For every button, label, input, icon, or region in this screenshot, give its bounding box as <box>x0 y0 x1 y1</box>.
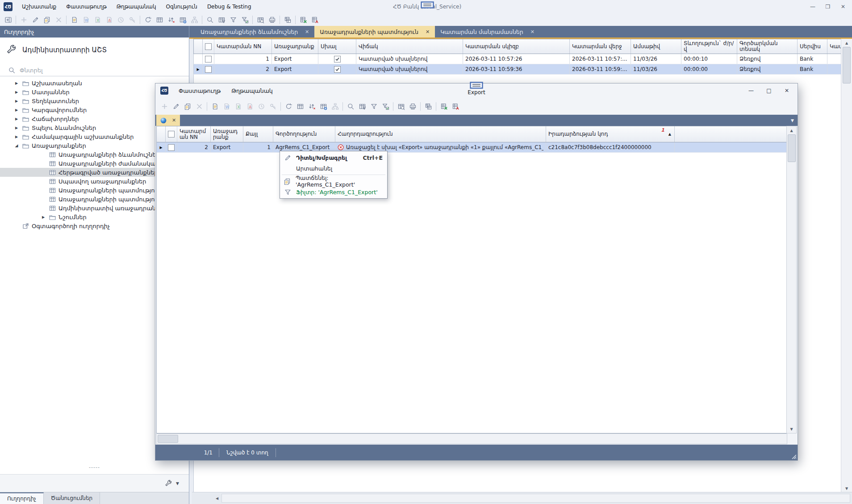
clock-button[interactable] <box>115 14 126 25</box>
table-copy-button[interactable] <box>282 14 293 25</box>
document-tab-1[interactable]: Առաջադրանքների պատմություն✕ <box>314 26 435 37</box>
doc-button[interactable] <box>68 14 80 25</box>
refresh-button[interactable] <box>283 101 294 112</box>
export-window-dock-tab[interactable]: Export <box>460 82 493 96</box>
tree-collapsed-icon[interactable]: ▶ <box>13 99 20 103</box>
tree-collapsed-icon[interactable]: ▶ <box>13 90 20 94</box>
clock-button[interactable] <box>255 101 267 112</box>
scroll-up-icon[interactable]: ▲ <box>787 126 796 134</box>
copy-button[interactable] <box>41 14 53 25</box>
tree-expanded-icon[interactable]: ◢ <box>13 143 20 148</box>
funnel-button[interactable] <box>227 14 239 25</box>
column-header-3[interactable]: Գործողություն <box>273 126 335 142</box>
menu-item-0[interactable]: Աշխատանք <box>17 0 61 13</box>
scrollbar-thumb[interactable] <box>158 435 178 443</box>
table-filter-button[interactable] <box>216 14 227 25</box>
tree-collapsed-icon[interactable]: ▶ <box>13 126 20 130</box>
close-tab-icon[interactable]: ✕ <box>426 29 430 35</box>
hierarchy-button[interactable] <box>188 14 200 25</box>
copy-button[interactable] <box>182 101 193 112</box>
key-button[interactable] <box>126 14 138 25</box>
wrench-icon[interactable] <box>165 480 172 487</box>
row-select-checkbox[interactable] <box>166 142 177 152</box>
column-header-4[interactable]: Հաղորդագրություն <box>335 126 546 142</box>
table-copy-button[interactable] <box>422 101 434 112</box>
export-pdf-button[interactable] <box>309 14 321 25</box>
doc-button[interactable] <box>209 101 221 112</box>
close-button[interactable]: ✕ <box>837 1 849 12</box>
export-excel-button[interactable] <box>297 14 309 25</box>
column-header-8[interactable]: Գործարկման տեսակ <box>737 39 798 54</box>
column-header-4[interactable]: Կատարման սկիզբ <box>463 39 570 54</box>
context-menu-item-3[interactable]: Ֆիլտր: 'AgrRems_C1_Export' <box>280 187 387 197</box>
select-all-checkbox[interactable] <box>166 126 177 142</box>
doc-x-button[interactable]: X <box>232 101 244 112</box>
chevron-down-icon[interactable]: ▼ <box>176 481 179 486</box>
resize-grip[interactable] <box>790 453 797 459</box>
menu-item-1[interactable]: Թղթապանակ <box>226 87 278 94</box>
printer-button[interactable] <box>407 101 418 112</box>
search-button[interactable] <box>345 101 356 112</box>
tab-list-dropdown-icon[interactable]: ▼ <box>791 118 794 123</box>
table-row-1[interactable]: ▶2ExportԿատարված սխալներով2026-03-11 10:… <box>193 64 841 75</box>
column-header-1[interactable]: Առաջադրանք <box>211 126 243 142</box>
scrollbar-track[interactable] <box>221 494 850 503</box>
table-add-button[interactable] <box>177 14 188 25</box>
table-filter-button[interactable] <box>356 101 368 112</box>
column-header-2[interactable]: Սխալ <box>318 39 356 54</box>
close-tab-icon[interactable]: ✕ <box>305 29 309 35</box>
column-header-5[interactable]: Կատարման վերջ <box>570 39 631 54</box>
doc-x-button[interactable]: X <box>92 14 103 25</box>
menu-item-2[interactable]: Թղթապանակ <box>112 0 161 13</box>
tree-collapsed-icon[interactable]: ▶ <box>40 215 46 219</box>
scroll-down-icon[interactable]: ▼ <box>787 425 796 433</box>
column-header-3[interactable]: Վիճակ <box>356 39 463 54</box>
plus-button[interactable] <box>18 14 29 25</box>
row-select-checkbox[interactable] <box>203 54 214 64</box>
delete-button[interactable] <box>53 14 64 25</box>
minimize-button[interactable]: — <box>745 85 757 96</box>
tree-collapsed-icon[interactable]: ▶ <box>13 81 20 85</box>
printer-button[interactable] <box>266 14 278 25</box>
tree-collapsed-icon[interactable]: ▶ <box>13 135 20 139</box>
column-header-0[interactable]: Կատարման NN <box>177 126 211 142</box>
delete-button[interactable] <box>193 101 205 112</box>
table-search-button[interactable] <box>255 14 266 25</box>
column-header-7[interactable]: Տևողություն` ժ/ր/վ <box>681 39 737 54</box>
document-tab-0[interactable]: Առաջադրանքների ձևանմուշներ✕ <box>195 26 314 37</box>
minimize-button[interactable]: — <box>806 1 819 12</box>
sidebar-tab-1[interactable]: Ծանուցումներ <box>44 492 100 504</box>
sort-button[interactable] <box>165 14 177 25</box>
splitter-handle[interactable]: ----- <box>0 464 189 470</box>
column-header-9[interactable]: Սերվիս <box>798 39 827 54</box>
menu-item-3[interactable]: Օգնություն <box>161 0 202 13</box>
context-menu-item-0[interactable]: Դիտել/ԽմբագրելCtrl+E <box>280 152 387 163</box>
select-all-checkbox[interactable] <box>203 39 214 54</box>
context-menu-item-1[interactable]: Արտահանել <box>280 163 387 174</box>
sidebar-search[interactable]: Փնտրել <box>0 64 189 76</box>
scroll-down-icon[interactable]: ▼ <box>841 484 852 492</box>
close-tab-icon[interactable]: ✕ <box>530 29 535 35</box>
column-header-5[interactable]: Իրադարձության կոդ1▲ <box>546 126 675 142</box>
table-add-button[interactable] <box>317 101 329 112</box>
column-header-0[interactable]: Կատարման NN <box>214 39 272 54</box>
table-row-0[interactable]: 1ExportԿատարված սխալներով2026-03-11 10:5… <box>193 54 841 64</box>
hierarchy-button[interactable] <box>329 101 341 112</box>
sort-button[interactable] <box>306 101 317 112</box>
vertical-scrollbar[interactable]: ▲ ▼ <box>841 39 852 492</box>
scroll-up-icon[interactable]: ▲ <box>841 39 852 47</box>
scrollbar-thumb[interactable] <box>788 134 796 162</box>
close-tab-icon[interactable]: ✕ <box>172 117 176 123</box>
tree-collapsed-icon[interactable]: ▶ <box>13 108 20 112</box>
maximize-button[interactable]: ❒ <box>822 1 834 12</box>
funnel-check-button[interactable] <box>380 101 391 112</box>
menu-item-0[interactable]: Փաստաթուղթ <box>173 87 226 94</box>
vertical-scrollbar[interactable]: ▲ ▼ <box>786 126 797 433</box>
horizontal-scrollbar[interactable]: ◀ <box>192 492 852 504</box>
doc-pdf-button[interactable]: A <box>244 101 255 112</box>
table-button[interactable] <box>154 14 165 25</box>
column-header-6[interactable]: Ամսաթիվ <box>631 39 681 54</box>
table-row-0[interactable]: ▶2Export1AgrRems_C1_ExportԱռաջացել է սխա… <box>157 142 787 153</box>
export-excel-button[interactable] <box>438 101 450 112</box>
table-button[interactable] <box>294 101 306 112</box>
